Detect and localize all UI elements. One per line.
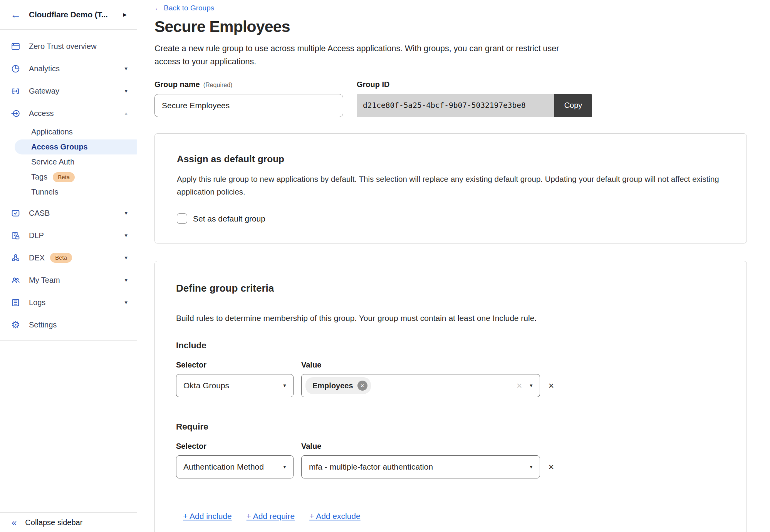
assign-default-group-card: Assign as default group Apply this rule … [154, 133, 747, 244]
card-description: Build rules to determine membership of t… [176, 314, 725, 323]
back-to-groups-link[interactable]: ← Back to Groups [154, 4, 214, 12]
collapse-icon: « [12, 518, 17, 527]
sidebar-item-label: DEX [29, 253, 45, 262]
remove-include-rule-icon[interactable]: ✕ [548, 381, 554, 390]
main-content: ← Back to Groups Secure Employees Create… [137, 0, 770, 532]
chevron-down-icon: ▾ [124, 65, 127, 72]
add-exclude-link[interactable]: + Add exclude [309, 512, 361, 521]
sidebar-item-dlp[interactable]: DLP ▾ [0, 224, 137, 247]
require-selector-dropdown[interactable]: Authentication Method ▼ [176, 455, 294, 478]
include-rule-row: Okta Groups ▼ Employees ✕ ✕ ▼ ✕ [176, 374, 725, 397]
sidebar-item-zero-trust-overview[interactable]: Zero Trust overview [0, 35, 137, 57]
gear-icon: ⚙ [10, 320, 21, 330]
access-icon [10, 109, 21, 118]
value-chip: Employees ✕ [305, 377, 371, 394]
sidebar-item-label: DLP [29, 231, 44, 240]
dlp-icon [10, 231, 21, 240]
sidebar-item-label: Zero Trust overview [29, 42, 97, 51]
sidebar-item-access[interactable]: Access ▴ [0, 102, 137, 124]
sidebar-item-service-auth[interactable]: Service Auth [0, 154, 137, 170]
chevron-down-icon: ▼ [282, 464, 287, 470]
value-label: Value [301, 361, 321, 369]
expand-caret-icon[interactable]: ▶ [123, 12, 127, 17]
dex-icon [10, 253, 21, 263]
sidebar-item-label: CASB [29, 209, 50, 218]
chevron-down-icon: ▼ [529, 383, 533, 388]
my-team-icon [10, 275, 21, 285]
copy-button[interactable]: Copy [554, 94, 592, 117]
chevron-down-icon: ▾ [124, 254, 127, 261]
chevron-down-icon: ▾ [124, 87, 127, 94]
chevron-down-icon: ▾ [124, 210, 127, 216]
sidebar-item-label: Analytics [29, 64, 60, 73]
clear-values-icon[interactable]: ✕ [516, 381, 522, 390]
selected-option: Okta Groups [183, 381, 229, 390]
selector-label: Selector [176, 361, 301, 369]
sidebar-header: ← Cloudflare Demo (T... ▶ [0, 0, 137, 30]
group-name-label: Group name [154, 80, 200, 89]
analytics-icon [10, 64, 21, 74]
sidebar-divider [0, 340, 137, 341]
group-id-value: d21ce80f-5a25-4bcf-9b07-5032197e3be8 [357, 94, 554, 117]
sidebar-item-label: Gateway [29, 87, 59, 96]
sidebar-item-casb[interactable]: CASB ▾ [0, 202, 137, 224]
include-value-multiselect[interactable]: Employees ✕ ✕ ▼ [301, 374, 540, 397]
gateway-icon [10, 86, 21, 96]
logs-icon [10, 298, 21, 307]
group-id-label: Group ID [357, 80, 390, 89]
beta-badge: Beta [53, 172, 75, 182]
sidebar-item-my-team[interactable]: My Team ▾ [0, 269, 137, 291]
required-hint: (Required) [203, 82, 233, 89]
chevron-up-icon: ▴ [124, 110, 127, 117]
require-value-dropdown[interactable]: mfa - multiple-factor authentication ✕ ▼ [301, 455, 540, 478]
require-rule-row: Authentication Method ▼ mfa - multiple-f… [176, 455, 725, 478]
value-label: Value [301, 442, 321, 451]
sidebar-item-dex[interactable]: DEX Beta ▾ [0, 247, 137, 269]
page-title: Secure Employees [154, 18, 770, 36]
define-group-criteria-card: Define group criteria Build rules to det… [154, 261, 747, 532]
set-default-checkbox-label: Set as default group [193, 214, 265, 223]
sidebar-item-access-groups[interactable]: Access Groups [15, 139, 137, 154]
sidebar: ← Cloudflare Demo (T... ▶ Zero Trust ove… [0, 0, 137, 532]
chevron-down-icon: ▾ [124, 232, 127, 239]
set-default-checkbox[interactable] [177, 213, 187, 224]
sidebar-item-applications[interactable]: Applications [0, 124, 137, 139]
add-include-link[interactable]: + Add include [183, 512, 232, 521]
sidebar-item-analytics[interactable]: Analytics ▾ [0, 57, 137, 80]
back-arrow-icon[interactable]: ← [10, 10, 21, 20]
sidebar-item-label: My Team [29, 276, 60, 285]
sidebar-item-tunnels[interactable]: Tunnels [0, 185, 137, 200]
beta-badge: Beta [50, 253, 72, 263]
group-name-input[interactable] [154, 94, 343, 117]
remove-require-rule-icon[interactable]: ✕ [548, 463, 554, 472]
casb-icon [10, 208, 21, 218]
include-selector-dropdown[interactable]: Okta Groups ▼ [176, 374, 294, 397]
card-description: Apply this rule group to new application… [177, 173, 725, 198]
sidebar-item-label: Settings [29, 321, 57, 329]
sidebar-item-gateway[interactable]: Gateway ▾ [0, 80, 137, 102]
add-require-link[interactable]: + Add require [247, 512, 295, 521]
sidebar-subitem-label: Tunnels [31, 188, 58, 196]
sidebar-item-label: Logs [29, 298, 45, 307]
selected-option: Authentication Method [183, 462, 264, 472]
card-title: Define group criteria [176, 282, 725, 294]
sidebar-item-tags[interactable]: Tags Beta [0, 170, 137, 185]
sidebar-item-logs[interactable]: Logs ▾ [0, 291, 137, 314]
chip-remove-icon[interactable]: ✕ [357, 381, 367, 391]
sidebar-subitem-label: Applications [31, 128, 73, 136]
zero-trust-overview-icon [10, 42, 21, 51]
account-title: Cloudflare Demo (T... [29, 10, 108, 19]
chevron-down-icon: ▾ [124, 299, 127, 306]
selected-option: mfa - multiple-factor authentication [305, 462, 433, 472]
sidebar-subitem-label: Tags [31, 173, 47, 181]
sidebar-subitem-label: Access Groups [31, 143, 88, 151]
require-section-title: Require [176, 422, 725, 432]
sidebar-item-settings[interactable]: ⚙ Settings [0, 314, 137, 336]
collapse-sidebar-label: Collapse sidebar [25, 518, 82, 527]
collapse-sidebar-button[interactable]: « Collapse sidebar [0, 512, 137, 532]
sidebar-subitem-label: Service Auth [31, 158, 74, 166]
chip-label: Employees [312, 381, 353, 390]
sidebar-item-label: Access [29, 109, 54, 118]
page-description: Create a new rule group to use across mu… [154, 42, 566, 69]
chevron-down-icon: ▼ [529, 464, 533, 470]
